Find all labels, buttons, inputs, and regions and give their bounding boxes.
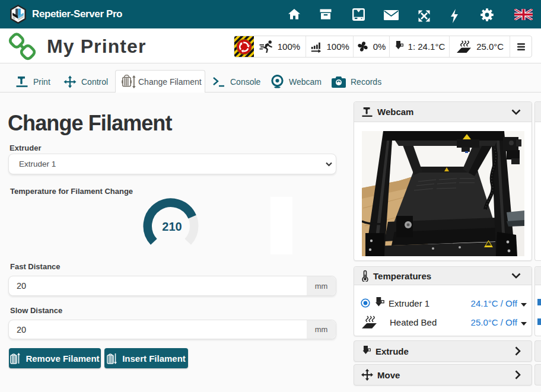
svg-text:210: 210 [162,220,182,233]
